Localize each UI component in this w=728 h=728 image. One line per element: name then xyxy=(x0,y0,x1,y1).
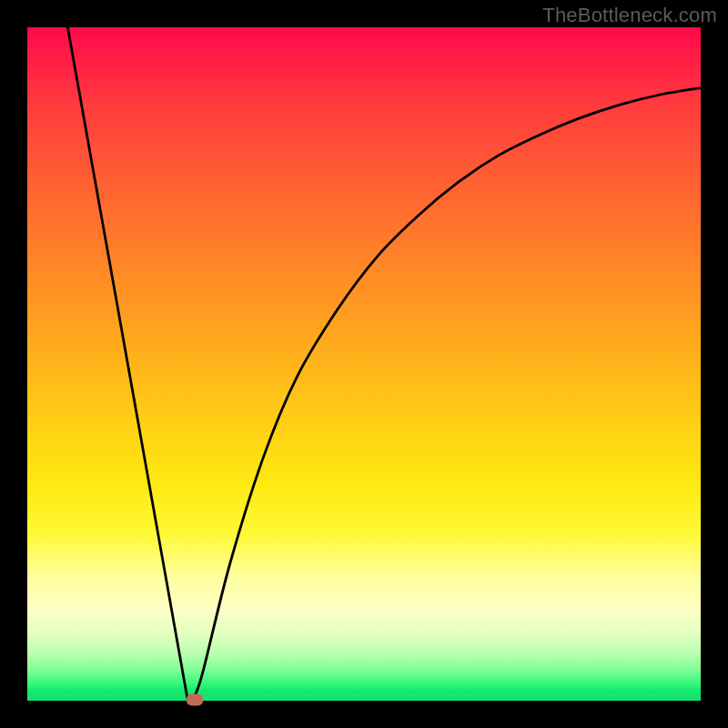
watermark-text: TheBottleneck.com xyxy=(542,4,717,27)
chart-frame: TheBottleneck.com xyxy=(0,0,728,728)
optimal-point-marker xyxy=(187,693,203,705)
bottleneck-curve-svg xyxy=(27,27,701,701)
bottleneck-curve-path xyxy=(67,27,701,700)
